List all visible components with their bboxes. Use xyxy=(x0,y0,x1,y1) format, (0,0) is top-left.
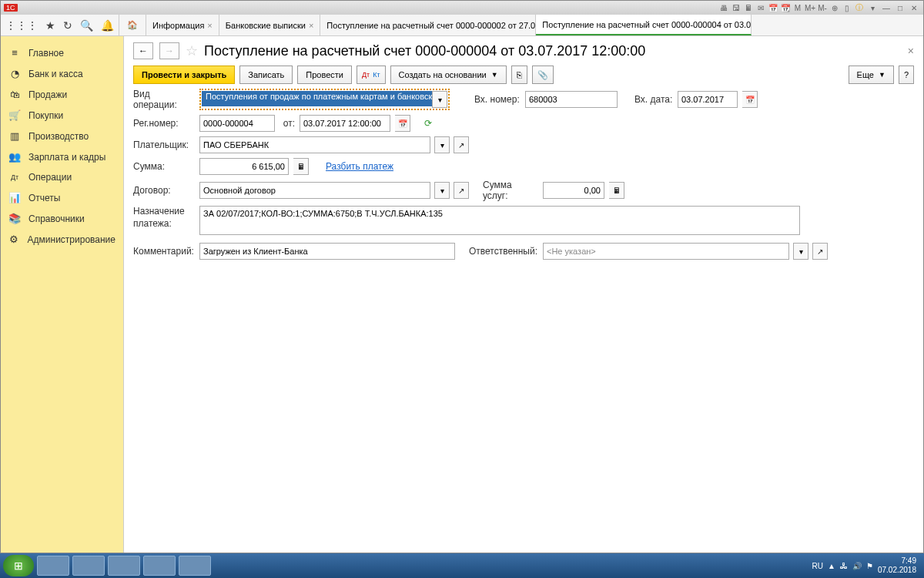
task-item[interactable] xyxy=(179,556,211,576)
purpose-textarea[interactable]: ЗА 02/07/2017;КОЛ-ВО:1;СУММА:6750;В Т.Ч.… xyxy=(199,206,800,235)
create-based-label: Создать на основании xyxy=(399,70,487,79)
from-date-input[interactable] xyxy=(300,115,390,132)
calculator-icon[interactable]: 🖩 xyxy=(293,158,309,175)
sidebar-item-label: Администрирование xyxy=(28,234,116,245)
op-type-field[interactable]: Поступления от продаж по платежным карта… xyxy=(202,91,433,106)
sum-input[interactable] xyxy=(199,158,289,175)
m-icon[interactable]: M xyxy=(792,2,803,13)
payer-input[interactable] xyxy=(199,136,430,153)
ext-num-input[interactable] xyxy=(525,91,618,108)
cart-icon: 🛒 xyxy=(8,109,21,121)
sidebar-item-reports[interactable]: 📊Отчеты xyxy=(1,187,123,208)
task-item[interactable] xyxy=(72,556,105,576)
info-icon[interactable]: ⓘ xyxy=(854,2,865,13)
payer-open-button[interactable]: ↗ xyxy=(454,136,469,153)
flag-icon[interactable]: ⚑ xyxy=(866,562,873,570)
payer-dropdown[interactable]: ▾ xyxy=(434,136,450,153)
help-button[interactable]: ? xyxy=(899,66,914,84)
panel-icon[interactable]: ▯ xyxy=(842,2,852,13)
contract-dropdown[interactable]: ▾ xyxy=(434,182,450,199)
post-button[interactable]: Провести xyxy=(297,66,352,84)
sales-icon: 🛍 xyxy=(8,89,21,100)
gear-icon: ⚙ xyxy=(8,234,20,245)
sidebar-item-bank[interactable]: ◔Банк и касса xyxy=(1,63,123,84)
search-icon[interactable]: 🔍 xyxy=(80,19,93,32)
sidebar-item-label: Банк и касса xyxy=(28,69,83,79)
tab-receipt-000004[interactable]: Поступление на расчетный счет 0000-00000… xyxy=(536,15,752,35)
chart-icon: 📊 xyxy=(8,192,21,203)
service-sum-input[interactable] xyxy=(543,182,604,199)
calendar-icon[interactable]: 📅 xyxy=(742,91,758,108)
save-button[interactable]: Записать xyxy=(239,66,293,84)
apps-icon[interactable]: ⋮⋮⋮ xyxy=(5,19,38,32)
close-page-icon[interactable]: × xyxy=(908,45,914,57)
print-icon[interactable]: 🖶 xyxy=(718,2,729,13)
contract-open-button[interactable]: ↗ xyxy=(454,182,469,199)
sidebar-item-purchases[interactable]: 🛒Покупки xyxy=(1,105,123,126)
tray-icon[interactable]: ▲ xyxy=(828,562,835,570)
sidebar: ≡Главное ◔Банк и касса 🛍Продажи 🛒Покупки… xyxy=(1,36,124,553)
minimize-window-icon[interactable]: — xyxy=(880,2,892,13)
structure-button[interactable]: ⎘ xyxy=(511,66,527,84)
tab-home[interactable]: 🏠 xyxy=(119,15,146,35)
sidebar-item-label: Зарплата и кадры xyxy=(28,152,105,163)
zoom-icon[interactable]: ⊕ xyxy=(829,2,840,13)
close-icon[interactable]: × xyxy=(207,21,212,30)
start-button[interactable]: ⊞ xyxy=(3,555,34,576)
more-button[interactable]: Еще▼ xyxy=(849,66,894,84)
mail-icon[interactable]: ✉ xyxy=(755,2,766,13)
star-icon[interactable]: ★ xyxy=(45,19,55,32)
op-type-dropdown[interactable]: ▾ xyxy=(432,91,447,108)
date-icon[interactable]: 📆 xyxy=(780,2,791,13)
refresh-icon[interactable]: ⟳ xyxy=(424,118,432,129)
comment-input[interactable] xyxy=(199,243,455,260)
attachments-button[interactable]: 📎 xyxy=(532,66,554,84)
create-based-button[interactable]: Создать на основании▼ xyxy=(390,66,507,84)
sidebar-item-label: Справочники xyxy=(28,213,85,224)
task-item[interactable] xyxy=(37,556,69,576)
bell-icon[interactable]: 🔔 xyxy=(101,19,114,32)
lang-indicator[interactable]: RU xyxy=(812,562,823,570)
tab-receipt-000002[interactable]: Поступление на расчетный счет 0000-00000… xyxy=(320,15,536,35)
calendar-icon[interactable]: 📅 xyxy=(395,115,410,132)
ext-date-input[interactable] xyxy=(678,91,738,108)
tab-info[interactable]: Информация× xyxy=(146,15,219,35)
sidebar-item-payroll[interactable]: 👥Зарплата и кадры xyxy=(1,146,123,167)
responsible-open-button[interactable]: ↗ xyxy=(812,243,828,260)
calendar-icon[interactable]: 📅 xyxy=(768,2,778,13)
m-minus-icon[interactable]: M- xyxy=(817,2,828,13)
calc-icon[interactable]: 🖩 xyxy=(743,2,754,13)
tab-bank-statements[interactable]: Банковские выписки× xyxy=(219,15,321,35)
minimize-button[interactable]: ▾ xyxy=(866,2,879,13)
reg-num-input[interactable] xyxy=(199,115,275,132)
split-payment-link[interactable]: Разбить платеж xyxy=(326,161,393,172)
history-icon[interactable]: ↻ xyxy=(63,19,72,32)
task-item[interactable] xyxy=(143,556,176,576)
sidebar-item-label: Продажи xyxy=(28,89,67,100)
close-icon[interactable]: × xyxy=(309,21,313,30)
sidebar-item-main[interactable]: ≡Главное xyxy=(1,42,123,63)
save-icon[interactable]: 🖫 xyxy=(731,2,742,13)
speaker-icon[interactable]: 🔊 xyxy=(852,562,862,570)
calculator-icon[interactable]: 🖩 xyxy=(609,182,624,199)
clock[interactable]: 7:49 07.02.2018 xyxy=(878,556,916,575)
responsible-dropdown[interactable]: ▾ xyxy=(793,243,808,260)
dt-kt-button[interactable]: ДтКт xyxy=(357,66,386,84)
sidebar-item-sales[interactable]: 🛍Продажи xyxy=(1,84,123,105)
close-window-icon[interactable]: ✕ xyxy=(908,2,920,13)
responsible-input[interactable] xyxy=(543,243,789,260)
task-item[interactable] xyxy=(108,556,140,576)
sidebar-item-admin[interactable]: ⚙Администрирование xyxy=(1,229,123,250)
nav-icons: ⋮⋮⋮ ★ ↻ 🔍 🔔 xyxy=(1,15,119,35)
post-and-close-button[interactable]: Провести и закрыть xyxy=(133,66,235,84)
maximize-window-icon[interactable]: □ xyxy=(894,2,906,13)
m-plus-icon[interactable]: M+ xyxy=(805,2,815,13)
favorite-icon[interactable]: ☆ xyxy=(186,42,198,59)
sidebar-item-production[interactable]: ▥Производство xyxy=(1,126,123,146)
forward-button[interactable]: → xyxy=(159,42,179,59)
back-button[interactable]: ← xyxy=(133,42,153,59)
sidebar-item-operations[interactable]: ДтОперации xyxy=(1,167,123,187)
network-icon[interactable]: 🖧 xyxy=(840,562,848,570)
sidebar-item-dictionaries[interactable]: 📚Справочники xyxy=(1,208,123,229)
contract-input[interactable] xyxy=(199,182,430,199)
